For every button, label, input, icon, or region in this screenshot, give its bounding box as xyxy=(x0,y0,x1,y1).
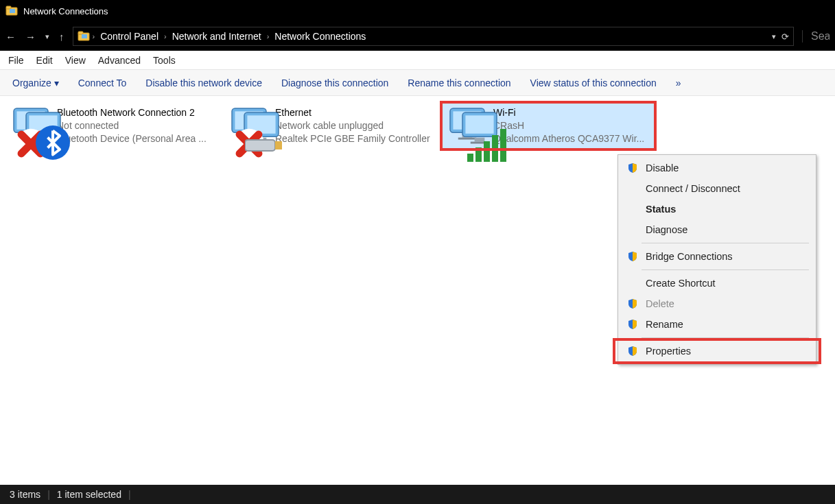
context-connect-disconnect[interactable]: Connect / Disconnect xyxy=(618,178,816,199)
context-disable[interactable]: Disable xyxy=(618,158,816,178)
address-dropdown-icon[interactable]: ▾ xyxy=(772,32,776,41)
breadcrumb-sep-icon: › xyxy=(164,32,167,40)
breadcrumb-sep-icon: › xyxy=(267,32,270,40)
connection-name: Ethernet xyxy=(275,106,430,119)
shield-icon xyxy=(627,163,638,173)
connection-name: Bluetooth Network Connection 2 xyxy=(57,106,207,119)
breadcrumb-network-connections[interactable]: Network Connections xyxy=(272,31,368,42)
organize-button[interactable]: Organize ▾ xyxy=(12,77,59,88)
connection-item-bluetooth[interactable]: Bluetooth Network Connection 2 Not conne… xyxy=(5,103,218,149)
status-bar: 3 items | 1 item selected | xyxy=(0,485,835,504)
location-icon xyxy=(78,30,90,43)
breadcrumb-control-panel[interactable]: Control Panel xyxy=(97,31,161,42)
context-delete[interactable]: Delete xyxy=(618,293,816,314)
menu-bar: File Edit View Advanced Tools xyxy=(0,51,835,70)
window-titlebar: Network Connections xyxy=(0,0,835,22)
toolbar-overflow-button[interactable]: » xyxy=(676,77,681,88)
bluetooth-connection-icon xyxy=(10,106,51,141)
ethernet-connection-icon xyxy=(228,106,270,141)
connection-name: Wi-Fi xyxy=(493,106,644,119)
context-status[interactable]: Status xyxy=(618,199,816,219)
connection-status: CRasH xyxy=(493,119,644,132)
diagnose-connection-button[interactable]: Diagnose this connection xyxy=(281,77,388,88)
shield-icon xyxy=(627,319,638,330)
connection-item-wifi[interactable]: Wi-Fi CRasH Qualcomm Atheros QCA9377 Wir… xyxy=(442,103,655,149)
connection-item-ethernet[interactable]: Ethernet Network cable unplugged Realtek… xyxy=(224,103,436,149)
menu-view[interactable]: View xyxy=(65,55,86,66)
context-menu: Disable Connect / Disconnect Status Diag… xyxy=(618,154,816,365)
context-create-shortcut[interactable]: Create Shortcut xyxy=(618,273,816,293)
window-icon xyxy=(5,5,18,17)
menu-file[interactable]: File xyxy=(8,55,24,66)
menu-tools[interactable]: Tools xyxy=(153,55,176,66)
nav-back-button[interactable]: ← xyxy=(5,31,16,43)
connection-device: Realtek PCIe GBE Family Controller xyxy=(275,132,430,145)
nav-up-button[interactable]: ↑ xyxy=(59,31,64,43)
connection-device: Qualcomm Atheros QCA9377 Wir... xyxy=(493,132,644,145)
connection-device: Bluetooth Device (Personal Area ... xyxy=(57,132,207,145)
nav-forward-button[interactable]: → xyxy=(25,31,36,43)
breadcrumb-sep-icon: › xyxy=(93,32,95,40)
status-selected-count: 1 item selected xyxy=(57,489,121,500)
context-bridge-connections[interactable]: Bridge Connections xyxy=(618,246,816,267)
view-status-button[interactable]: View status of this connection xyxy=(530,77,657,88)
nav-recent-dropdown[interactable]: ▾ xyxy=(45,32,49,41)
status-item-count: 3 items xyxy=(10,489,40,500)
command-bar: Organize ▾ Connect To Disable this netwo… xyxy=(0,70,835,96)
rename-connection-button[interactable]: Rename this connection xyxy=(408,77,510,88)
context-diagnose[interactable]: Diagnose xyxy=(618,219,816,240)
shield-icon xyxy=(627,346,638,357)
address-bar[interactable]: › Control Panel › Network and Internet ›… xyxy=(73,27,795,46)
connection-status: Network cable unplugged xyxy=(275,119,430,132)
disable-device-button[interactable]: Disable this network device xyxy=(145,77,262,88)
wifi-connection-icon xyxy=(447,106,488,141)
menu-advanced[interactable]: Advanced xyxy=(98,55,141,66)
shield-icon xyxy=(627,298,638,309)
navigation-bar: ← → ▾ ↑ › Control Panel › Network and In… xyxy=(0,22,835,51)
connection-status: Not connected xyxy=(57,119,207,132)
shield-icon xyxy=(627,251,638,262)
breadcrumb-network-internet[interactable]: Network and Internet xyxy=(169,31,264,42)
menu-edit[interactable]: Edit xyxy=(36,55,53,66)
search-box[interactable]: Sear xyxy=(802,30,830,43)
refresh-icon[interactable]: ⟳ xyxy=(781,32,789,42)
context-rename[interactable]: Rename xyxy=(618,314,816,335)
context-properties[interactable]: Properties xyxy=(618,341,816,361)
window-title: Network Connections xyxy=(23,6,108,16)
connect-to-button[interactable]: Connect To xyxy=(78,77,127,88)
